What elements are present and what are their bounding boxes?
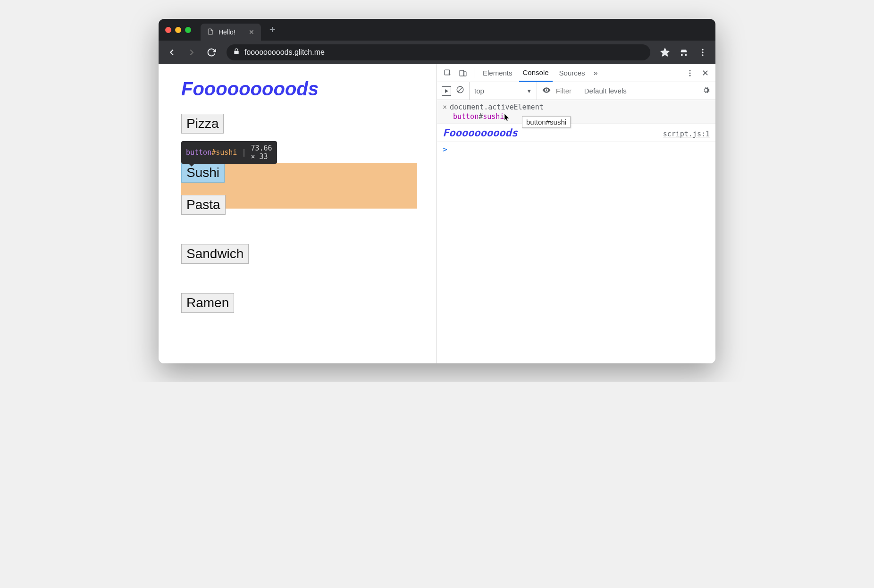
titlebar: Hello! ✕ +	[159, 19, 715, 41]
svg-marker-0	[661, 49, 669, 56]
maximize-window-button[interactable]	[185, 27, 191, 33]
console-log-row: Fooooooooods script.js:1	[437, 124, 715, 142]
filter-input[interactable]: Filter	[556, 87, 580, 95]
device-toolbar-icon[interactable]	[457, 67, 469, 79]
tab-console[interactable]: Console	[519, 64, 553, 82]
svg-rect-5	[460, 70, 463, 76]
log-levels[interactable]: Default levels	[584, 87, 627, 95]
browser-tab[interactable]: Hello! ✕	[201, 24, 261, 41]
console-settings-icon[interactable]	[701, 85, 711, 97]
page-icon	[207, 28, 214, 36]
address-bar[interactable]: fooooooooods.glitch.me	[227, 44, 650, 60]
inspect-element-icon[interactable]	[442, 67, 454, 79]
close-tab-icon[interactable]: ✕	[249, 28, 254, 36]
close-window-button[interactable]	[165, 27, 171, 33]
pizza-button[interactable]: Pizza	[181, 114, 224, 134]
console-log-text: Fooooooooods	[443, 127, 518, 139]
live-expression-icon[interactable]	[542, 85, 551, 97]
clear-console-icon[interactable]	[456, 85, 464, 96]
svg-point-1	[702, 49, 703, 50]
console-prompt[interactable]: >	[437, 142, 715, 157]
more-tabs-icon[interactable]: »	[592, 69, 600, 77]
window-controls	[165, 27, 191, 33]
svg-point-3	[702, 54, 703, 56]
back-button[interactable]	[163, 44, 180, 61]
expression-result[interactable]: button#sushi button#sushi	[443, 112, 710, 121]
url-text: fooooooooods.glitch.me	[244, 48, 325, 57]
sushi-button[interactable]: Sushi	[181, 163, 225, 183]
star-icon[interactable]	[657, 44, 673, 60]
hover-tooltip: button#sushi	[522, 116, 571, 128]
dismiss-expression-icon[interactable]: ×	[443, 103, 447, 111]
tab-elements[interactable]: Elements	[479, 64, 516, 82]
svg-rect-6	[464, 72, 466, 76]
console-toolbar: top ▼ Filter Default levels	[437, 82, 715, 100]
devtools-panel: Elements Console Sources » ✕	[437, 64, 715, 363]
chevron-down-icon: ▼	[527, 88, 532, 94]
minimize-window-button[interactable]	[175, 27, 181, 33]
new-tab-icon[interactable]: +	[269, 24, 276, 36]
content-area: Fooooooooods Pizza button#sushi | 73.66 …	[159, 64, 715, 363]
console-log-source[interactable]: script.js:1	[663, 130, 710, 138]
toolbar: fooooooooods.glitch.me	[159, 41, 715, 64]
console-expression: × document.activeElement button#sushi bu…	[437, 100, 715, 124]
ramen-button[interactable]: Ramen	[181, 293, 234, 313]
svg-point-8	[689, 72, 691, 74]
cursor-icon	[504, 113, 511, 124]
devtools-menu-icon[interactable]	[684, 67, 696, 79]
svg-point-7	[689, 70, 691, 71]
svg-point-9	[689, 75, 691, 76]
menu-icon[interactable]	[695, 44, 711, 60]
page-title: Fooooooooods	[181, 78, 414, 100]
tab-title: Hello!	[218, 28, 235, 36]
svg-point-2	[702, 51, 703, 53]
sandwich-button[interactable]: Sandwich	[181, 244, 249, 264]
devtools-close-icon[interactable]: ✕	[700, 68, 711, 78]
reload-button[interactable]	[203, 44, 220, 61]
svg-point-13	[546, 89, 547, 91]
tab-sources[interactable]: Sources	[555, 64, 589, 82]
lock-icon	[233, 48, 240, 57]
svg-line-12	[458, 87, 463, 92]
context-select[interactable]: top ▼	[469, 82, 537, 100]
page-panel: Fooooooooods Pizza button#sushi | 73.66 …	[159, 64, 437, 363]
forward-button[interactable]	[183, 44, 200, 61]
pasta-button[interactable]: Pasta	[181, 195, 226, 215]
highlighted-row: button#sushi | 73.66 × 33 Sushi	[181, 163, 225, 183]
incognito-icon[interactable]	[676, 44, 692, 60]
food-list: Pizza button#sushi | 73.66 × 33 Sushi Pa…	[181, 114, 414, 342]
inspect-tooltip: button#sushi | 73.66 × 33	[181, 141, 277, 164]
browser-window: Hello! ✕ + fooooooooods.glitch.me	[159, 19, 715, 363]
console-sidebar-toggle-icon[interactable]	[442, 86, 451, 96]
expression-text: document.activeElement	[450, 103, 544, 111]
devtools-tabbar: Elements Console Sources » ✕	[437, 64, 715, 82]
svg-marker-10	[445, 89, 448, 93]
